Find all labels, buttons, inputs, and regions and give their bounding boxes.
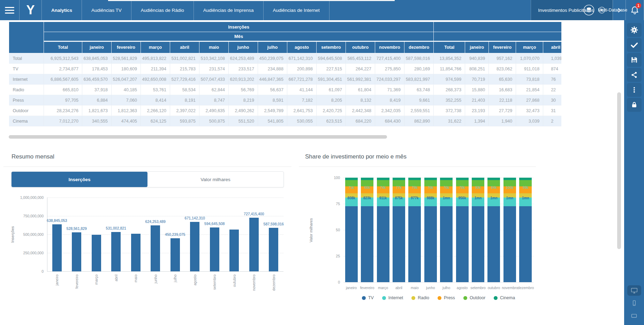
table-cell[interactable]: 974,599 (434, 74, 465, 85)
table-cell[interactable]: 2,549,789 (258, 106, 287, 116)
more-options-button[interactable] (627, 83, 642, 97)
table-cell[interactable]: 2,266,120 (141, 106, 170, 116)
table-cell[interactable]: 30 (543, 95, 561, 106)
table-cell[interactable]: 623,515 (317, 116, 346, 126)
table-cell[interactable]: 8,132 (346, 95, 375, 106)
table-cell[interactable]: 2 (543, 116, 561, 126)
table-cell[interactable]: 21,403 (465, 95, 489, 106)
table-cell[interactable]: 8,747 (199, 95, 229, 106)
table-cell[interactable]: 587,598,016 (404, 53, 434, 64)
table-cell[interactable]: 31 (543, 106, 561, 116)
table-cell[interactable]: 624,125 (141, 116, 170, 126)
table-cell[interactable]: 73,818 (516, 74, 543, 85)
table-cell[interactable]: 8,414 (141, 95, 170, 106)
table-cell[interactable]: 234,888 (258, 64, 287, 74)
share-bar-março[interactable]: 74k911k (377, 178, 389, 282)
table-cell[interactable]: 1,812,363 (112, 106, 141, 116)
page-vertical-scrollbar[interactable] (617, 92, 621, 249)
table-cell[interactable]: 500,875 (199, 116, 229, 126)
resumo-bar-dezembro[interactable] (269, 228, 278, 271)
table-cell[interactable]: 684,220 (346, 116, 375, 126)
share-bar-fevereiro[interactable]: 66k823k (361, 178, 373, 282)
table-row-label[interactable]: Press (9, 95, 44, 106)
table-cell[interactable]: 6,886,567,605 (44, 74, 82, 85)
table-cell[interactable]: 8,591 (258, 95, 287, 106)
notifications-button[interactable]: 1 (626, 0, 644, 20)
table-cell[interactable]: 495,813,822 (141, 53, 170, 64)
share-bar-outubro[interactable]: 84k1mn (487, 178, 500, 282)
table-cell[interactable]: 97,705 (44, 95, 82, 106)
resumo-bar-julho[interactable] (171, 238, 180, 271)
table-cell[interactable]: 530,055 (287, 116, 317, 126)
table-cell[interactable]: 227,515 (317, 64, 346, 74)
table-cell[interactable]: 372,738 (434, 106, 465, 116)
column-header[interactable]: maio (199, 41, 229, 53)
table-cell[interactable]: 541,805 (258, 116, 287, 126)
table-cell[interactable]: 593,875 (170, 116, 199, 126)
share-bar-junho[interactable]: 76k988k (424, 178, 437, 282)
table-cell[interactable]: 71,369 (375, 85, 404, 95)
toggle-insercoes-button[interactable]: Inserções (12, 172, 147, 187)
table-cell[interactable]: 22,118 (489, 95, 516, 106)
table-cell[interactable]: 352,255 (434, 95, 465, 106)
table-cell[interactable]: 280,169 (404, 64, 434, 74)
table-cell[interactable]: 15,880 (465, 85, 489, 95)
resumo-bar-maio[interactable] (131, 234, 141, 271)
lock-button[interactable] (627, 98, 642, 112)
resumo-bar-novembro[interactable] (249, 218, 259, 271)
legend-item-cinema[interactable]: Cinema (494, 295, 515, 300)
column-header[interactable]: janeiro (465, 41, 489, 53)
resumo-bar-janeiro[interactable] (52, 224, 62, 271)
table-cell[interactable]: 27,729 (489, 106, 516, 116)
tab-analytics[interactable]: Analytics (42, 0, 82, 20)
table-cell[interactable]: 823,062 (489, 64, 516, 74)
table-cell[interactable]: 8,419 (375, 95, 404, 106)
tab-audiencias-internet[interactable]: Audiências de Internet (264, 0, 329, 20)
column-header[interactable]: janeiro (82, 41, 112, 53)
table-cell[interactable]: 7,012,270 (44, 116, 82, 126)
table-cell[interactable]: 340,555 (82, 116, 112, 126)
legend-item-outdoor[interactable]: Outdoor (463, 295, 485, 300)
table-cell[interactable]: 211,394 (141, 64, 170, 74)
resumo-bar-abril[interactable] (111, 232, 121, 271)
table-cell[interactable]: 27,868 (516, 95, 543, 106)
resumo-bar-fevereiro[interactable] (72, 232, 81, 271)
table-cell[interactable]: 474,405 (112, 116, 141, 126)
table-row-label[interactable]: Internet (9, 74, 44, 85)
table-cell[interactable]: 591,304,451 (317, 74, 346, 85)
resumo-bar-junho[interactable] (151, 225, 160, 271)
apply-button[interactable] (627, 38, 642, 52)
legend-item-radio[interactable]: Radio (411, 295, 429, 300)
column-header[interactable]: fevereiro (489, 41, 516, 53)
share-bar-abril[interactable]: 77k875k (393, 178, 405, 282)
table-cell[interactable]: 911,018 (516, 64, 543, 74)
legend-item-press[interactable]: Press (438, 295, 455, 300)
share-button[interactable] (627, 68, 642, 82)
share-bar-setembro[interactable]: 90k1mn (472, 178, 484, 282)
column-header[interactable]: novembro (375, 41, 404, 53)
table-cell[interactable]: 53,761 (141, 85, 170, 95)
menu-button[interactable] (0, 0, 20, 20)
table-cell[interactable]: 450,239,075 (258, 53, 287, 64)
table-cell[interactable]: 56,637 (258, 85, 287, 95)
table-cell[interactable]: 215,783 (170, 64, 199, 74)
table-cell[interactable]: 2,442,348 (346, 106, 375, 116)
table-cell[interactable]: 551,520 (229, 116, 258, 126)
share-bar-maio[interactable]: 79k977k (408, 178, 421, 282)
table-cell[interactable]: 862,890 (404, 116, 434, 126)
table-cell[interactable]: 510,342,108 (199, 53, 229, 64)
table-cell[interactable]: 2,420,725 (317, 106, 346, 116)
table-cell[interactable]: 531,002,821 (170, 53, 199, 64)
column-header[interactable]: julho (258, 41, 287, 53)
column-header[interactable]: março (516, 41, 543, 53)
resumo-bar-março[interactable] (92, 235, 101, 271)
table-cell[interactable]: 7,060 (112, 95, 141, 106)
tab-audiencias-imprensa[interactable]: Audiências de Imprensa (194, 0, 264, 20)
table-cell[interactable]: 667,721,278 (287, 74, 317, 85)
table-cell[interactable]: 638,845,053 (82, 53, 112, 64)
column-header[interactable]: abril (170, 41, 199, 53)
column-header[interactable]: abril (543, 41, 561, 53)
legend-item-tv[interactable]: TV (362, 295, 374, 300)
table-cell[interactable]: 180,609 (112, 64, 141, 74)
table-horizontal-scrollbar[interactable] (9, 135, 387, 139)
